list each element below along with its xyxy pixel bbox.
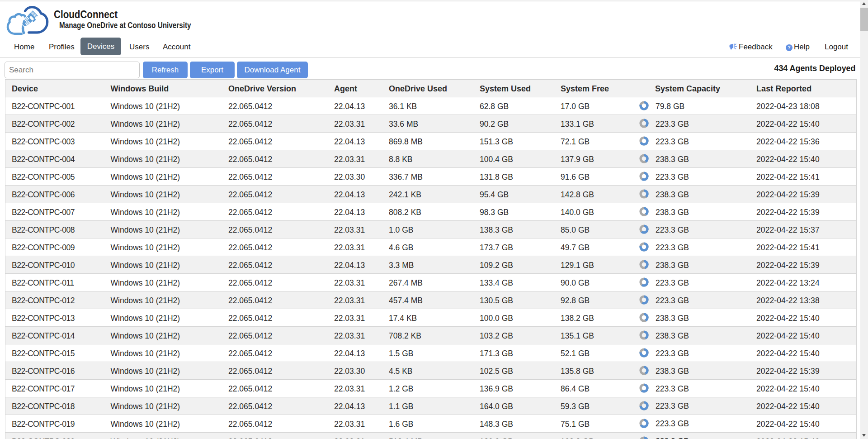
- svg-text:?: ?: [788, 45, 790, 50]
